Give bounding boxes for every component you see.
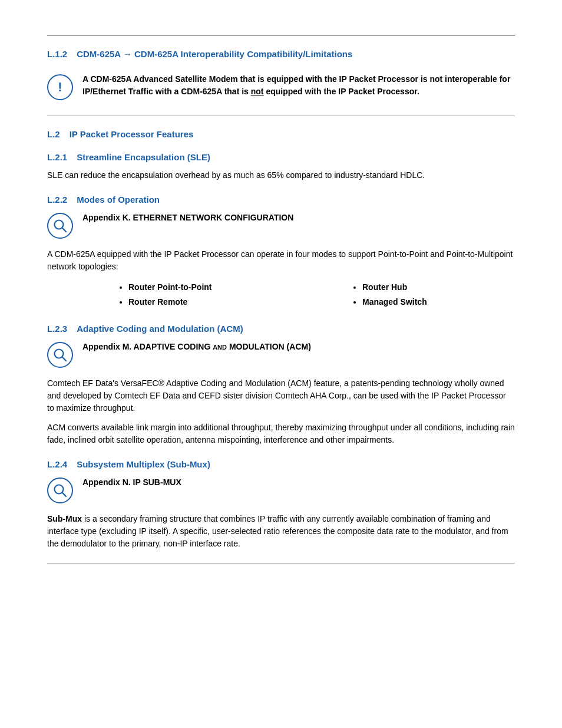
svg-line-1 — [62, 228, 67, 232]
section-l21: L.2.1 Streamline Encapsulation (SLE) SLE… — [47, 152, 515, 182]
search-icon-l22 — [47, 213, 73, 239]
section-l24-heading: L.2.4 Subsystem Multiplex (Sub-Mux) — [47, 459, 515, 469]
section-l23: L.2.3 Adaptive Coding and Modulation (AC… — [47, 324, 515, 446]
section-l23-body2: ACM converts available link margin into … — [47, 421, 515, 446]
section-l24: L.2.4 Subsystem Multiplex (Sub-Mux) Appe… — [47, 459, 515, 550]
section-l2: L.2 IP Packet Processor Features — [47, 129, 515, 139]
search-icon-svg-l23 — [52, 347, 68, 363]
section-l21-body: SLE can reduce the encapsulation overhea… — [47, 169, 515, 182]
svg-line-5 — [62, 493, 67, 497]
section-l24-title: Subsystem Multiplex (Sub-Mux) — [77, 459, 210, 469]
section-l22: L.2.2 Modes of Operation Appendix K. ETH… — [47, 195, 515, 311]
ref-label-l24: Appendix N. IP SUB-MUX — [82, 476, 181, 489]
section-l23-body1: Comtech EF Data's VersaFEC® Adaptive Cod… — [47, 377, 515, 414]
section-l21-title: Streamline Encapsulation (SLE) — [77, 152, 210, 162]
section-divider-l12 — [47, 116, 515, 116]
section-l12-title: CDM-625A → CDM-625A Interoperability Com… — [77, 49, 352, 59]
section-l2-title: IP Packet Processor Features — [70, 129, 194, 139]
notice-box-l12: ! A CDM-625A Advanced Satellite Modem th… — [47, 71, 515, 103]
section-l23-number: L.2.3 — [47, 324, 67, 334]
section-l12-heading: L.1.2 CDM-625A → CDM-625A Interoperabili… — [47, 49, 515, 62]
ref-label-l23-text: Appendix M. ADAPTIVE CODING AND MODULATI… — [82, 342, 311, 351]
bullet-router-hub: Router Hub — [362, 281, 515, 294]
section-l22-body: A CDM-625A equipped with the IP Packet P… — [47, 248, 515, 273]
section-l2-heading: L.2 IP Packet Processor Features — [47, 129, 515, 139]
search-icon-l23 — [47, 342, 73, 368]
bullet-col-2: Router Hub Managed Switch — [281, 281, 515, 311]
ref-label-l22: Appendix K. ETHERNET NETWORK CONFIGURATI… — [82, 212, 293, 224]
section-l23-heading: L.2.3 Adaptive Coding and Modulation (AC… — [47, 324, 515, 334]
bullet-col-1: Router Point-to-Point Router Remote — [47, 281, 281, 311]
bullet-router-remote: Router Remote — [128, 296, 281, 308]
notice-icon-l12: ! — [47, 74, 73, 100]
page: L.1.2 CDM-625A → CDM-625A Interoperabili… — [0, 0, 562, 728]
ref-box-l22: Appendix K. ETHERNET NETWORK CONFIGURATI… — [47, 212, 515, 239]
section-l21-heading: L.2.1 Streamline Encapsulation (SLE) — [47, 152, 515, 162]
section-l22-heading: L.2.2 Modes of Operation — [47, 195, 515, 205]
section-l12-number: L.1.2 — [47, 49, 67, 59]
section-l21-number: L.2.1 — [47, 152, 67, 162]
bottom-divider — [47, 563, 515, 564]
section-l24-body: Sub-Mux is a secondary framing structure… — [47, 513, 515, 550]
section-l12: L.1.2 CDM-625A → CDM-625A Interoperabili… — [47, 49, 515, 103]
section-l2-number: L.2 — [47, 129, 60, 139]
notice-text-l12: A CDM-625A Advanced Satellite Modem that… — [82, 73, 515, 98]
section-l24-number: L.2.4 — [47, 459, 67, 469]
bullet-managed-switch: Managed Switch — [362, 296, 515, 308]
section-l22-number: L.2.2 — [47, 195, 67, 205]
ref-box-l23: Appendix M. ADAPTIVE CODING AND MODULATI… — [47, 341, 515, 368]
section-l22-title: Modes of Operation — [77, 195, 160, 205]
search-icon-svg — [52, 218, 68, 233]
exclamation-icon: ! — [58, 80, 62, 95]
ref-label-l23: Appendix M. ADAPTIVE CODING AND MODULATI… — [82, 341, 311, 353]
top-divider — [47, 35, 515, 36]
search-icon-svg-l24 — [52, 483, 68, 498]
section-l23-title: Adaptive Coding and Modulation (ACM) — [77, 324, 243, 334]
svg-line-3 — [62, 357, 67, 361]
bullet-columns-l22: Router Point-to-Point Router Remote Rout… — [47, 281, 515, 311]
bullet-router-point-to-point: Router Point-to-Point — [128, 281, 281, 294]
ref-box-l24: Appendix N. IP SUB-MUX — [47, 476, 515, 503]
search-icon-l24 — [47, 477, 73, 503]
